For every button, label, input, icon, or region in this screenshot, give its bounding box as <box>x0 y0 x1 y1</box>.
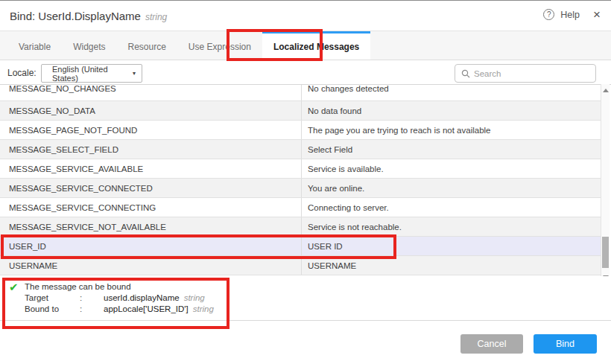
chevron-down-icon: ▾ <box>133 70 136 77</box>
message-key-cell[interactable]: MESSAGE_SERVICE_CONNECTING <box>0 198 302 217</box>
tab-variable[interactable]: Variable <box>7 31 62 60</box>
message-key-cell[interactable]: MESSAGE_PAGE_NOT_FOUND <box>0 121 302 139</box>
message-key-cell[interactable]: MESSAGE_SERVICE_AVAILABLE <box>0 159 302 178</box>
dialog-footer: Cancel Bind <box>0 321 611 364</box>
close-icon[interactable]: × <box>593 9 601 20</box>
message-value-cell[interactable]: Service is not reachable. <box>302 217 601 236</box>
message-value-cell[interactable]: The page you are trying to reach is not … <box>302 121 601 139</box>
message-key-cell[interactable]: MESSAGE_SELECT_FIELD <box>0 140 302 159</box>
dialog-header: Bind: UserId.DisplayNamestring ? Help × <box>0 1 611 31</box>
target-colon: : <box>80 293 104 302</box>
tab-use-expression[interactable]: Use Expression <box>177 31 262 60</box>
tab-widgets[interactable]: Widgets <box>62 31 116 60</box>
tab-resource[interactable]: Resource <box>117 31 177 60</box>
search-input[interactable] <box>474 69 589 78</box>
bind-button[interactable]: Bind <box>534 334 597 354</box>
table-row[interactable]: MESSAGE_SELECT_FIELDSelect Field <box>0 140 601 159</box>
table-row[interactable]: MESSAGE_SERVICE_AVAILABLEService is avai… <box>0 159 601 179</box>
locale-dropdown[interactable]: English (United States) ▾ <box>41 64 142 83</box>
table-row[interactable]: MESSAGE_SERVICE_NOT_AVAILABLEService is … <box>0 217 601 237</box>
tab-localized-messages[interactable]: Localized Messages <box>262 31 370 60</box>
bound-to-label: Bound to <box>25 304 80 313</box>
table-row[interactable]: USER_IDUSER ID <box>0 237 601 256</box>
page-title: Bind: UserId.DisplayNamestring <box>10 10 167 22</box>
table-row[interactable]: MESSAGE_SERVICE_CONNECTINGConnecting to … <box>0 198 601 217</box>
binding-status-text: The message can be bound <box>25 282 131 291</box>
cancel-button[interactable]: Cancel <box>460 334 523 354</box>
scroll-up-icon[interactable] <box>603 89 609 92</box>
messages-table: MESSAGE_NO_CHANGESNo changes detectedMES… <box>0 84 611 275</box>
message-key-cell[interactable]: USERNAME <box>0 256 302 275</box>
message-value-cell[interactable]: Service is available. <box>302 159 601 178</box>
search-box <box>455 64 596 83</box>
locale-selected-value: English (United States) <box>52 65 133 83</box>
locale-label: Locale: <box>7 68 37 78</box>
table-row[interactable]: MESSAGE_PAGE_NOT_FOUNDThe page you are t… <box>0 121 601 140</box>
table-row[interactable]: MESSAGE_NO_CHANGESNo changes detected <box>0 85 601 101</box>
message-value-cell[interactable]: No changes detected <box>302 85 601 100</box>
binding-info-panel: ✔ The message can be bound Target : user… <box>0 276 611 320</box>
bind-dialog: Bind: UserId.DisplayNamestring ? Help × … <box>0 0 611 364</box>
message-key-cell[interactable]: MESSAGE_SERVICE_NOT_AVAILABLE <box>0 217 302 236</box>
table-row[interactable]: MESSAGE_NO_DATANo data found <box>0 101 601 121</box>
message-key-cell[interactable]: MESSAGE_SERVICE_CONNECTED <box>0 179 302 197</box>
bound-to-colon: : <box>80 304 104 313</box>
message-key-cell[interactable]: MESSAGE_NO_CHANGES <box>0 85 302 100</box>
scrollbar-thumb[interactable] <box>602 237 609 268</box>
title-type-hint: string <box>145 12 167 22</box>
vertical-scrollbar[interactable] <box>601 84 610 282</box>
message-key-cell[interactable]: USER_ID <box>0 237 302 255</box>
toolbar: Locale: English (United States) ▾ <box>0 61 611 84</box>
search-icon <box>461 69 470 78</box>
target-label: Target <box>25 293 80 302</box>
target-type: string <box>184 293 205 302</box>
target-value: userId.displayName <box>104 293 180 302</box>
binding-bound-to-row: Bound to : appLocale['USER_ID'] string <box>25 304 214 313</box>
table-row[interactable]: MESSAGE_SERVICE_CONNECTEDYou are online. <box>0 179 601 198</box>
help-button[interactable]: Help <box>560 10 580 20</box>
message-value-cell[interactable]: No data found <box>302 101 601 120</box>
bound-to-value: appLocale['USER_ID'] <box>104 304 189 313</box>
tab-bar: Variable Widgets Resource Use Expression… <box>0 31 611 60</box>
bound-to-type: string <box>193 304 214 313</box>
binding-target-row: Target : userId.displayName string <box>25 293 205 302</box>
table-row[interactable]: USERNAMEUSERNAME <box>0 256 601 275</box>
message-value-cell[interactable]: You are online. <box>302 179 601 197</box>
message-value-cell[interactable]: Select Field <box>302 140 601 159</box>
message-key-cell[interactable]: MESSAGE_NO_DATA <box>0 101 302 120</box>
message-value-cell[interactable]: Connecting to server. <box>302 198 601 217</box>
help-icon[interactable]: ? <box>543 9 554 20</box>
message-value-cell[interactable]: USERNAME <box>302 256 601 275</box>
message-value-cell[interactable]: USER ID <box>302 237 601 255</box>
check-icon: ✔ <box>9 281 19 294</box>
